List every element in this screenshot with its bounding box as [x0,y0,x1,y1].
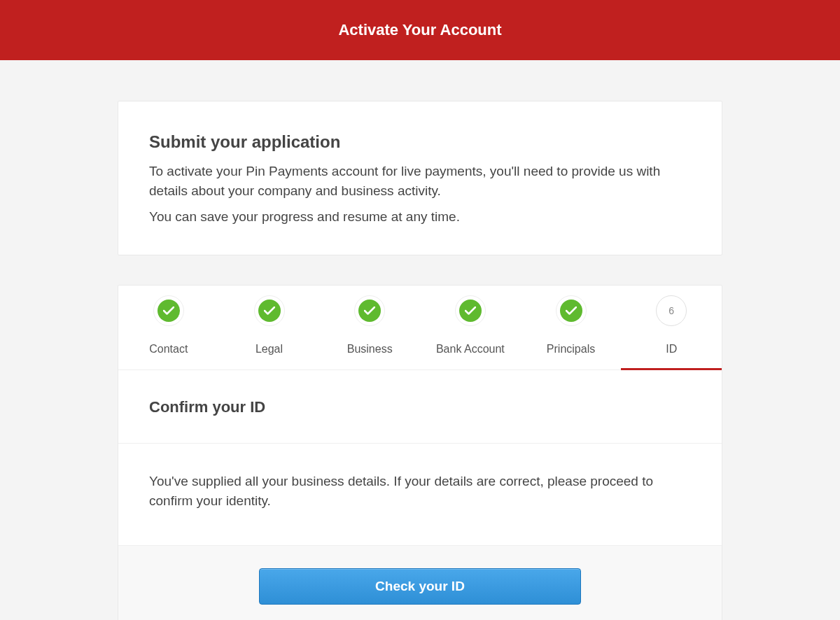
step-label: Bank Account [436,343,505,355]
step-indicator [254,295,285,326]
check-icon [258,300,281,322]
panel-actions: Check your ID [118,546,722,620]
intro-card: Submit your application To activate your… [118,101,722,255]
step-legal[interactable]: Legal [219,295,320,369]
step-principals[interactable]: Principals [521,295,622,369]
check-icon [560,300,582,322]
stepper-card: Contact Legal Business [118,285,722,620]
check-your-id-button[interactable]: Check your ID [259,568,581,605]
check-icon [358,300,381,322]
step-indicator: 6 [656,295,687,326]
step-label: ID [666,343,677,355]
step-indicator [556,295,587,326]
step-indicator [354,295,385,326]
panel-body: You've supplied all your business detail… [118,444,722,546]
step-indicator [455,295,486,326]
intro-heading: Submit your application [149,132,691,152]
page-title: Activate Your Account [338,21,501,39]
page-content: Submit your application To activate your… [118,60,722,620]
step-id[interactable]: 6 ID [621,295,722,369]
step-number: 6 [660,300,682,322]
intro-paragraph-2: You can save your progress and resume at… [149,207,691,227]
panel-title: Confirm your ID [118,370,722,444]
intro-paragraph-1: To activate your Pin Payments account fo… [149,162,691,200]
step-business[interactable]: Business [319,295,420,369]
step-label: Principals [547,343,595,355]
stepper: Contact Legal Business [118,286,722,370]
check-icon [459,300,482,322]
check-icon [158,300,180,322]
step-label: Contact [149,343,188,355]
step-indicator [153,295,184,326]
step-label: Legal [255,343,283,355]
page-header: Activate Your Account [0,0,840,60]
step-bank-account[interactable]: Bank Account [420,295,521,369]
step-contact[interactable]: Contact [118,295,219,369]
step-label: Business [347,343,393,355]
